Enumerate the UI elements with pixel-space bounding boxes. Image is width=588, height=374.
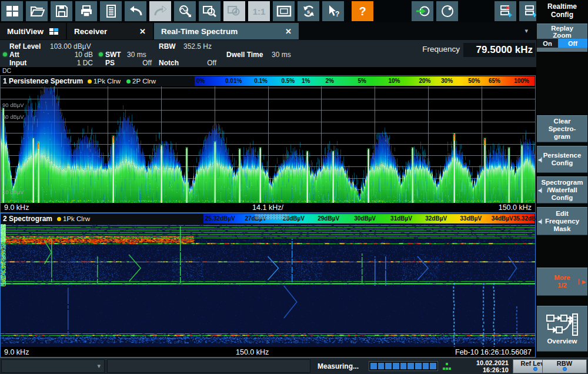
knob-icon[interactable]	[436, 1, 458, 21]
softkey-spectrogram-config[interactable]: ◀▏Spectrogram /Waterfall Config	[537, 176, 587, 203]
spectrogram-title: 2 Spectrogram	[1, 215, 57, 223]
help-icon[interactable]: ?	[352, 1, 373, 21]
swt-led	[99, 52, 103, 56]
scale-label-0: 25.32dBµV	[205, 215, 235, 222]
scale-label-0: 0%	[196, 78, 205, 84]
ps-label: PS	[105, 59, 115, 67]
progress-segment	[370, 363, 377, 369]
att-led	[3, 52, 7, 56]
tab-receiver-label: Receiver	[74, 27, 107, 36]
replay-zoom-strip	[537, 48, 587, 52]
network-status-icon	[443, 363, 451, 370]
notch-label: Notch	[159, 59, 179, 67]
spectrogram-canvas[interactable]	[1, 224, 535, 347]
splitter-handle[interactable]	[255, 214, 289, 219]
softkey-replay-zoom: Replay Zoom On Off	[537, 24, 587, 52]
dropdown-caret-icon: ▾	[97, 362, 101, 370]
rbw-value[interactable]: 352.5 Hz	[183, 42, 212, 51]
rbw-hardkey[interactable]: RBW	[542, 359, 587, 373]
input-value[interactable]: 1 DC	[58, 59, 93, 67]
print-icon[interactable]	[75, 1, 97, 21]
frequency-value[interactable]: 79.5000 kHz	[463, 43, 535, 57]
spectrogram-window: 2 Spectrogram 1Pk Clrw 25.32dBµV27dBµV28…	[0, 213, 536, 358]
persistence-display[interactable]: 90 dBµV 80 dBµV 10 dBµV	[1, 86, 535, 203]
spectrogram-timestamp: Feb-10 16:26:10.56087	[455, 348, 532, 356]
redo-icon[interactable]	[149, 1, 171, 21]
zoom-selection-icon[interactable]	[199, 1, 220, 21]
instrument-screen: 1:1 s ? ? » MultiView Receiver ✕ Real-Ti…	[0, 0, 588, 374]
trace-1pk-clrw[interactable]: 1Pk Clrw	[88, 78, 121, 85]
softkey-edit-frequency-mask[interactable]: ◀▏Edit Frequency Mask	[537, 207, 587, 235]
zoom-signal-icon[interactable]	[174, 1, 196, 21]
sync-sweep-icon[interactable]: s	[298, 1, 319, 21]
trace-2p-clrw[interactable]: 2P Clrw	[126, 78, 156, 85]
tab-bar: MultiView Receiver ✕ Real-Time Spectrum …	[0, 22, 536, 40]
ref-level-value[interactable]: 103.00 dBµV	[50, 42, 91, 51]
tab-overflow-caret-icon[interactable]: ▾	[524, 27, 528, 35]
softkey-clear-spectrogram[interactable]: Clear Spectro- gram	[537, 115, 587, 142]
scale-label-3: 0.5%	[281, 78, 295, 84]
dwell-time-value[interactable]: 30 ms	[272, 51, 291, 59]
spectrogram-header: 2 Spectrogram 1Pk Clrw 25.32dBµV27dBµV28…	[1, 213, 535, 224]
replay-zoom-off[interactable]: Off	[558, 39, 587, 48]
spectrogram-display[interactable]	[1, 224, 535, 348]
scale-label-2: 0.1%	[254, 78, 268, 84]
persistence-axis-bar: 9.0 kHz 14.1 kHz/ 150.0 kHz	[1, 203, 535, 212]
softkey-more[interactable]: More 1/2▏▶	[537, 268, 587, 296]
ps-value[interactable]: Off	[125, 59, 152, 67]
scale-label-3: 29dBµV	[318, 215, 339, 222]
open-file-icon[interactable]	[26, 1, 48, 21]
replay-zoom-on[interactable]: On	[537, 39, 558, 48]
scale-label-5: 31dBµV	[390, 215, 412, 222]
progress-segment	[378, 363, 385, 369]
submenu-arrow-icon: ◀▏	[538, 218, 544, 225]
scale-label-6: 32dBµV	[425, 215, 447, 222]
report-icon[interactable]	[100, 1, 122, 21]
tab-receiver[interactable]: Receiver ✕	[67, 23, 153, 39]
status-message-panel	[107, 359, 310, 373]
windows-icon[interactable]	[1, 1, 23, 21]
swt-value[interactable]: 30 ms	[127, 51, 146, 59]
progress-segment	[423, 363, 429, 369]
progress-segment	[400, 363, 407, 369]
rbw-label: RBW	[159, 42, 176, 51]
tab-realtime-spectrum[interactable]: Real-Time Spectrum ✕	[154, 23, 299, 39]
scale-label-12: 100%	[514, 78, 529, 84]
scale-label-4: 1%	[302, 78, 310, 84]
softkey-overview[interactable]: Overview	[537, 306, 587, 352]
toolbar: 1:1 s ? ? »	[0, 0, 536, 22]
scale-label-7: 33dBµV	[460, 215, 482, 222]
context-help-icon[interactable]: ?	[322, 1, 344, 21]
tab-receiver-close-icon[interactable]: ✕	[129, 27, 146, 36]
scale-label-9: 30%	[441, 78, 453, 84]
svg-text:s: s	[307, 9, 310, 15]
zoom-in-icon[interactable]	[223, 1, 245, 21]
preset-icon[interactable]	[412, 1, 433, 21]
notch-value[interactable]: Off	[194, 59, 216, 67]
measuring-status: Measuring...	[318, 362, 359, 370]
persistence-title: 1 Persistence Spectrum	[1, 77, 88, 85]
persistence-header: 1 Persistence Spectrum 1Pk Clrw 2P Clrw …	[1, 76, 535, 86]
tab-multiview[interactable]: MultiView	[0, 23, 66, 39]
ref-level-label: Ref Level	[9, 42, 41, 51]
tab-realtime-spectrum-close-icon[interactable]: ✕	[275, 27, 292, 36]
att-value[interactable]: 10 dB	[58, 51, 93, 59]
undo-icon[interactable]	[125, 1, 146, 21]
one-to-one-icon[interactable]: 1:1	[248, 1, 270, 21]
persistence-canvas[interactable]	[1, 86, 535, 203]
channel-settings-bar: Ref Level 103.00 dBµV Att 10 dB Input 1 …	[0, 40, 536, 67]
svg-text:?: ?	[335, 10, 339, 18]
y-label-80: 80 dBµV	[2, 113, 24, 120]
softkey-persistence-config[interactable]: ◀▏Persistence Config	[537, 146, 587, 173]
persistence-color-scale: 0%0.01%0.1%0.5%1%2%5%10%20%30%50%65%100%	[195, 76, 534, 86]
sg-trace-1pk-clrw[interactable]: 1Pk Clrw	[57, 215, 90, 222]
progress-segment	[430, 363, 436, 369]
scale-label-8: 20%	[419, 78, 430, 84]
new-window-close-icon[interactable]	[495, 1, 516, 21]
scale-label-11: 65%	[489, 78, 500, 84]
status-dropdown[interactable]: ▾	[1, 359, 105, 373]
status-bar: ▾ Measuring... 10.02.2021 16:26:10 Ref L…	[0, 358, 588, 374]
replay-zoom-label[interactable]: Replay Zoom	[537, 24, 587, 39]
save-icon[interactable]	[51, 1, 72, 21]
display-frame-icon[interactable]	[273, 1, 295, 21]
